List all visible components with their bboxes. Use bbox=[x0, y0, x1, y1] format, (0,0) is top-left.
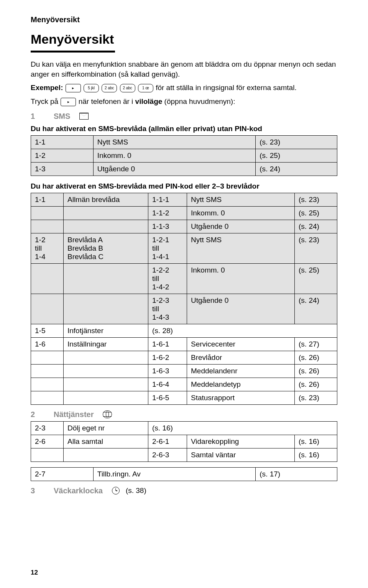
section-3-num: 3 bbox=[31, 486, 48, 495]
cell-idx: 1-1 bbox=[31, 193, 64, 206]
cell-name: Infotjänster bbox=[64, 324, 148, 337]
cell-name: Allmän brevlåda bbox=[64, 193, 148, 206]
cell-idx: 1-5 bbox=[31, 324, 64, 337]
cell-page: (s. 23) bbox=[295, 233, 337, 263]
section-2-header: 2 Nättjänster bbox=[31, 410, 337, 419]
page: Menyöversikt Menyöversikt Du kan välja e… bbox=[0, 0, 368, 588]
table-sms-no-pin: 1-1 Nytt SMS (s. 23) 1-2 Inkomm. 0 (s. 2… bbox=[31, 135, 337, 176]
cell-page: (s. 26) bbox=[295, 351, 337, 364]
example-lead: Exempel: bbox=[31, 84, 63, 92]
cell-idx: 1-3 bbox=[31, 162, 94, 176]
section-3-name: Väckarklocka bbox=[54, 486, 103, 495]
cell-name bbox=[64, 351, 148, 364]
table-net-services: 2-3 Dölj eget nr (s. 16) 2-6 Alla samtal… bbox=[31, 421, 337, 462]
cell-sub-name: Inkomm. 0 bbox=[187, 263, 295, 294]
nav-key-icon-2: ▸ bbox=[61, 98, 76, 106]
envelope-icon bbox=[79, 113, 89, 120]
cell-idx bbox=[31, 351, 64, 364]
cell-page: (s. 16) bbox=[295, 448, 337, 462]
cell-idx: 2-7 bbox=[31, 467, 94, 481]
globe-icon bbox=[103, 411, 112, 418]
cell-page: (s. 24) bbox=[256, 162, 337, 176]
cell-sub-idx: 1-2-2 till 1-4-2 bbox=[148, 263, 187, 294]
cell-idx bbox=[31, 364, 64, 378]
table-row: 1-2-3 till 1-4-3 Utgående 0 (s. 24) bbox=[31, 294, 337, 324]
press-lead: Tryck på bbox=[31, 97, 58, 105]
cell-name: Brevlåda A Brevlåda B Brevlåda C bbox=[64, 233, 148, 263]
cell-page: (s. 16) bbox=[148, 421, 337, 435]
table-row: 1-3 Utgående 0 (s. 24) bbox=[31, 162, 337, 176]
cell-name: Tillb.ringn. Av bbox=[93, 467, 255, 481]
cell-name: Dölj eget nr bbox=[64, 421, 148, 435]
cell-sub-name: Nytt SMS bbox=[187, 193, 295, 206]
cell-page: (s. 25) bbox=[295, 206, 337, 220]
cell-idx: 2-3 bbox=[31, 421, 64, 435]
cell-idx bbox=[31, 206, 64, 220]
intro-paragraph: Du kan välja en menyfunktion snabbare än… bbox=[31, 59, 337, 79]
cell-idx: 1-2 bbox=[31, 149, 94, 162]
section-1-header: 1 SMS bbox=[31, 112, 337, 121]
table-row: 2-7 Tillb.ringn. Av (s. 17) bbox=[31, 467, 337, 481]
key-2b: 2 abc bbox=[120, 84, 135, 92]
cell-idx bbox=[31, 378, 64, 391]
example-tail: för att ställa in ringsignal för externa… bbox=[156, 84, 297, 92]
clock-icon bbox=[112, 487, 120, 494]
section-1-num: 1 bbox=[31, 112, 48, 121]
cell-sub-idx: 1-2-3 till 1-4-3 bbox=[148, 294, 187, 324]
running-head: Menyöversikt bbox=[31, 15, 337, 24]
cell-sub-name: Meddelandetyp bbox=[187, 378, 295, 391]
cell-page: (s. 23) bbox=[295, 193, 337, 206]
cell-name bbox=[64, 220, 148, 233]
cell-page: (s. 26) bbox=[295, 378, 337, 391]
cell-name: Nytt SMS bbox=[93, 135, 255, 149]
cell-sub-name: Nytt SMS bbox=[187, 233, 295, 263]
table-row: 1-5 Infotjänster (s. 28) bbox=[31, 324, 337, 337]
cell-idx: 1-2 till 1-4 bbox=[31, 233, 64, 263]
section-1-name: SMS bbox=[54, 112, 70, 121]
cell-page: (s. 16) bbox=[295, 435, 337, 448]
cell-idx bbox=[31, 294, 64, 324]
cell-page: (s. 26) bbox=[295, 364, 337, 378]
cell-page: (s. 27) bbox=[295, 337, 337, 351]
cell-sub-name: Utgående 0 bbox=[187, 294, 295, 324]
cell-sub-idx: 1-6-4 bbox=[148, 378, 187, 391]
cell-sub-name: Utgående 0 bbox=[187, 220, 295, 233]
section-2-num: 2 bbox=[31, 410, 48, 419]
key-2a: 2 abc bbox=[102, 84, 117, 92]
table-row: 1-1 Allmän brevlåda 1-1-1 Nytt SMS (s. 2… bbox=[31, 193, 337, 206]
cell-sub-idx: 1-6-2 bbox=[148, 351, 187, 364]
cell-idx: 1-6 bbox=[31, 337, 64, 351]
cell-name bbox=[64, 378, 148, 391]
example-line: Exempel: ▸ 5 jkl 2 abc 2 abc 1 œ för att… bbox=[31, 83, 337, 93]
press-line: Tryck på ▸ när telefonen är i viloläge (… bbox=[31, 97, 337, 107]
cell-sub-name: Statusrapport bbox=[187, 391, 295, 404]
table-row: 2-6-3 Samtal väntar (s. 16) bbox=[31, 448, 337, 462]
cell-name bbox=[64, 364, 148, 378]
cell-page: (s. 25) bbox=[256, 149, 337, 162]
cell-idx: 2-6 bbox=[31, 435, 64, 448]
key-5: 5 jkl bbox=[84, 84, 99, 92]
cell-idx bbox=[31, 220, 64, 233]
cell-name bbox=[64, 448, 148, 462]
table-row: 1-2 till 1-4 Brevlåda A Brevlåda B Brevl… bbox=[31, 233, 337, 263]
cell-sub-idx: 1-2-1 till 1-4-1 bbox=[148, 233, 187, 263]
subhead-2: Du har aktiverat en SMS-brevlåda med PIN… bbox=[31, 182, 337, 191]
cell-sub-name: Samtal väntar bbox=[187, 448, 295, 462]
table-row: 1-2 Inkomm. 0 (s. 25) bbox=[31, 149, 337, 162]
title-rule bbox=[31, 51, 115, 53]
cell-sub-idx: 1-1-1 bbox=[148, 193, 187, 206]
cell-page: (s. 23) bbox=[256, 135, 337, 149]
cell-name bbox=[64, 294, 148, 324]
table-net-services-2: 2-7 Tillb.ringn. Av (s. 17) bbox=[31, 467, 337, 481]
cell-sub-name: Brevlådor bbox=[187, 351, 295, 364]
table-sms-pin: 1-1 Allmän brevlåda 1-1-1 Nytt SMS (s. 2… bbox=[31, 193, 337, 405]
table-row: 1-1 Nytt SMS (s. 23) bbox=[31, 135, 337, 149]
cell-page: (s. 28) bbox=[148, 324, 337, 337]
section-3-page: (s. 38) bbox=[126, 486, 146, 495]
cell-sub-idx: 1-1-3 bbox=[148, 220, 187, 233]
cell-sub-name: Servicecenter bbox=[187, 337, 295, 351]
table-row: 1-6-5 Statusrapport (s. 23) bbox=[31, 391, 337, 404]
cell-page: (s. 23) bbox=[295, 391, 337, 404]
cell-sub-idx: 1-6-3 bbox=[148, 364, 187, 378]
table-row: 1-1-2 Inkomm. 0 (s. 25) bbox=[31, 206, 337, 220]
